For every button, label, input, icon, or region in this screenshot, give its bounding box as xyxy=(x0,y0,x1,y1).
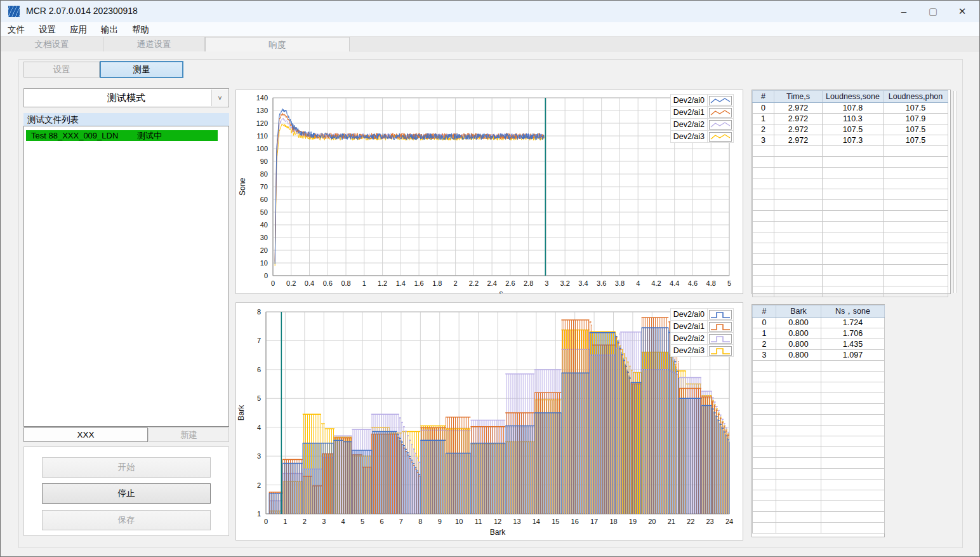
table-row-empty[interactable] xyxy=(753,211,948,222)
svg-text:30: 30 xyxy=(260,234,268,241)
loudness-time-chart-panel[interactable]: 010203040506070809010011012013014000.20.… xyxy=(235,90,743,294)
menu-item-2[interactable]: 应用 xyxy=(63,22,94,37)
table-row-empty[interactable] xyxy=(753,254,948,265)
tab-1[interactable]: 通道设置 xyxy=(103,37,205,51)
table-row-empty[interactable] xyxy=(753,276,948,286)
svg-text:140: 140 xyxy=(256,94,268,102)
column-header[interactable]: Time,s xyxy=(774,91,823,103)
table-row[interactable]: 22.972107.5107.5 xyxy=(753,124,948,135)
save-button[interactable]: 保存 xyxy=(42,510,211,530)
table-row-empty[interactable] xyxy=(753,480,885,490)
table-row[interactable]: 12.972110.3107.9 xyxy=(753,114,948,124)
line-chart-legend: Dev2/ai0Dev2/ai1Dev2/ai2Dev2/ai3 xyxy=(670,94,734,143)
stop-button[interactable]: 停止 xyxy=(42,483,211,504)
svg-text:Bark: Bark xyxy=(237,405,246,421)
table-row-empty[interactable] xyxy=(753,436,885,447)
table-row-empty[interactable] xyxy=(753,382,885,393)
svg-text:60: 60 xyxy=(260,196,268,203)
column-header[interactable]: Ns，sone xyxy=(821,305,885,318)
table-row-empty[interactable] xyxy=(753,415,885,426)
start-button[interactable]: 开始 xyxy=(42,457,211,478)
table-row-empty[interactable] xyxy=(753,189,948,200)
table-row-empty[interactable] xyxy=(753,146,948,157)
svg-text:100: 100 xyxy=(256,145,268,152)
svg-text:120: 120 xyxy=(256,119,268,127)
table-row-empty[interactable] xyxy=(753,404,885,415)
legend-label: Dev2/ai1 xyxy=(670,107,707,119)
title-bar: MCR 2.07.0.014 202300918 – ▢ ✕ xyxy=(1,1,979,22)
menu-item-1[interactable]: 设置 xyxy=(32,22,63,37)
column-header[interactable]: Bark xyxy=(776,305,821,318)
legend-line-icon xyxy=(709,108,732,117)
legend-bar-icon xyxy=(709,334,732,344)
svg-text:Sone: Sone xyxy=(238,178,247,196)
chevron-down-icon[interactable]: ˅ xyxy=(211,90,228,106)
menu-item-0[interactable]: 文件 xyxy=(1,22,32,37)
svg-text:4.4: 4.4 xyxy=(670,279,679,287)
table-row-empty[interactable] xyxy=(753,426,885,436)
table-row-empty[interactable] xyxy=(753,286,948,297)
table-row[interactable]: 10.8001.706 xyxy=(753,328,885,339)
bark-table[interactable]: #BarkNs，sone00.8001.72410.8001.70620.800… xyxy=(752,305,885,534)
bark-chart[interactable]: 1234567801234567891011121314151617181920… xyxy=(236,303,743,540)
test-mode-value: 测试模式 xyxy=(107,92,145,103)
tab-0[interactable]: 文档设置 xyxy=(1,37,103,51)
new-button[interactable]: 新建 xyxy=(149,427,229,442)
table-row-empty[interactable] xyxy=(753,265,948,276)
column-header[interactable]: Loudness,sone xyxy=(823,91,884,103)
table-row[interactable]: 00.8001.724 xyxy=(753,318,885,328)
svg-text:3.4: 3.4 xyxy=(578,279,588,287)
table-row-empty[interactable] xyxy=(753,222,948,232)
bark-chart-panel[interactable]: 1234567801234567891011121314151617181920… xyxy=(235,302,743,540)
table-row-empty[interactable] xyxy=(753,512,885,523)
tab-2[interactable]: 响度 xyxy=(205,37,350,51)
legend-line-icon xyxy=(709,96,732,105)
close-icon[interactable]: ✕ xyxy=(948,1,977,22)
table-row[interactable]: 02.972107.8107.5 xyxy=(753,103,948,114)
table-row-empty[interactable] xyxy=(753,447,885,458)
test-mode-select[interactable]: 测试模式 ˅ xyxy=(23,88,229,107)
svg-text:0: 0 xyxy=(264,272,268,279)
table-row-empty[interactable] xyxy=(753,178,948,189)
table-row[interactable]: 30.8001.097 xyxy=(753,350,885,361)
table-row-empty[interactable] xyxy=(753,243,948,254)
loudness-time-chart[interactable]: 010203040506070809010011012013014000.20.… xyxy=(236,90,743,293)
table-row-empty[interactable] xyxy=(753,157,948,168)
table-row-empty[interactable] xyxy=(753,372,885,382)
minimize-icon[interactable]: – xyxy=(889,1,918,22)
xxx-button[interactable]: XXX xyxy=(23,427,148,442)
table-row-empty[interactable] xyxy=(753,168,948,178)
loudness-table-scrollbar[interactable] xyxy=(953,91,957,293)
list-item-test-file[interactable]: Test 88_XXX_009_LDN 测试中 xyxy=(26,130,218,141)
table-row-empty[interactable] xyxy=(753,458,885,469)
table-row[interactable]: 20.8001.435 xyxy=(753,339,885,350)
svg-text:21: 21 xyxy=(668,518,675,525)
table-row-empty[interactable] xyxy=(753,501,885,512)
subtab-settings[interactable]: 设置 xyxy=(23,62,100,77)
legend-row: Dev2/ai3 xyxy=(670,131,733,143)
test-file-status: 测试中 xyxy=(137,131,162,140)
legend-label: Dev2/ai3 xyxy=(670,345,707,357)
table-row-empty[interactable] xyxy=(753,469,885,480)
svg-text:90: 90 xyxy=(260,158,268,165)
table-row-empty[interactable] xyxy=(753,361,885,372)
menu-item-4[interactable]: 帮助 xyxy=(125,22,156,37)
table-row-empty[interactable] xyxy=(753,523,885,534)
loudness-table[interactable]: #Time,sLoudness,soneLoudness,phon02.9721… xyxy=(752,90,948,297)
subtab-measure[interactable]: 测量 xyxy=(100,61,183,78)
test-file-listbox[interactable]: Test 88_XXX_009_LDN 测试中 xyxy=(23,126,229,427)
table-row-empty[interactable] xyxy=(753,232,948,243)
table-row-empty[interactable] xyxy=(753,200,948,211)
svg-text:2.8: 2.8 xyxy=(524,279,533,287)
column-header[interactable]: # xyxy=(753,305,776,318)
table-row-empty[interactable] xyxy=(753,393,885,404)
table-row-empty[interactable] xyxy=(753,490,885,501)
svg-text:2: 2 xyxy=(257,481,261,489)
column-header[interactable]: # xyxy=(753,91,774,103)
legend-row: Dev2/ai3 xyxy=(670,345,733,357)
loudness-table-panel: #Time,sLoudness,soneLoudness,phon02.9721… xyxy=(752,90,951,294)
menu-item-3[interactable]: 输出 xyxy=(94,22,125,37)
maximize-icon[interactable]: ▢ xyxy=(918,1,948,22)
column-header[interactable]: Loudness,phon xyxy=(884,91,948,103)
table-row[interactable]: 32.972107.3107.5 xyxy=(753,135,948,146)
